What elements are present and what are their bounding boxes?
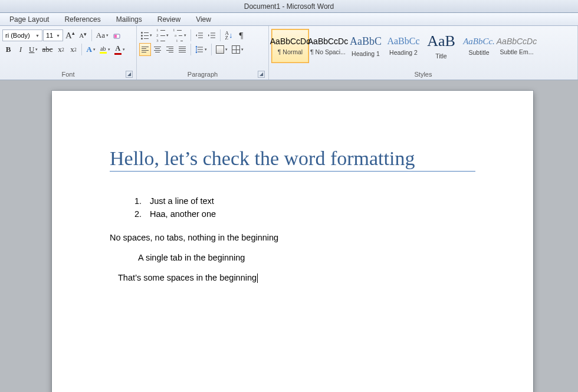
group-paragraph: ▾ 1 2 3 ▾ 1 a i ▾ (137, 26, 269, 80)
eraser-icon (113, 31, 122, 40)
shading-button[interactable]: ▾ (214, 43, 229, 56)
paragraph-dialog-launcher[interactable]: ◢ (258, 71, 265, 78)
clear-formatting-button[interactable] (111, 29, 124, 42)
text-effects-button[interactable]: A▾ (84, 43, 97, 56)
style-preview: AaBbCc (387, 36, 419, 47)
align-right-button[interactable] (164, 43, 176, 56)
style-preview: AaBbCcDc (308, 37, 348, 46)
number-list-icon: 1 2 3 (156, 28, 165, 43)
title-bar: Document1 - Microsoft Word (0, 0, 578, 13)
style-item--normal[interactable]: AaBbCcDc¶ Normal (271, 29, 309, 63)
underline-button[interactable]: U▾ (27, 43, 40, 56)
grow-font-button[interactable]: A▴ (64, 29, 77, 42)
style-label: Subtle Em... (500, 48, 533, 55)
align-right-icon (166, 47, 173, 52)
paragraph-line[interactable]: That’s some spaces in the beginning (110, 273, 475, 283)
group-label-paragraph: Paragraph ◢ (139, 71, 266, 79)
tab-page-layout[interactable]: Page Layout (2, 14, 56, 25)
style-label: ¶ Normal (278, 48, 303, 55)
change-case-button[interactable]: Aa▾ (94, 29, 110, 42)
superscript-button[interactable]: x2 (67, 43, 79, 56)
shrink-font-button[interactable]: A▾ (77, 29, 89, 42)
style-item-heading-1[interactable]: AaBbCHeading 1 (347, 29, 385, 63)
style-item-subtitle[interactable]: AaBbCc.Subtitle (460, 29, 498, 63)
numbered-list[interactable]: 1.Just a line of text 2.Haa, another one (133, 196, 475, 219)
separator (211, 44, 212, 55)
svg-rect-1 (114, 35, 117, 38)
line-spacing-button[interactable]: ▾ (193, 43, 209, 56)
group-font: ri (Body)▼ 11▼ A▴ A▾ Aa▾ B I U▾ abc x2 (0, 26, 137, 80)
separator (81, 44, 82, 55)
line-spacing-icon (195, 45, 203, 54)
document-heading[interactable]: Hello, let’s check the word formatting (110, 147, 475, 172)
bold-button[interactable]: B (2, 43, 14, 56)
list-item[interactable]: 1.Just a line of text (133, 196, 475, 206)
style-label: ¶ No Spaci... (310, 48, 346, 55)
sort-button[interactable]: AZ↓ (223, 29, 235, 42)
styles-gallery[interactable]: AaBbCcDc¶ NormalAaBbCcDc¶ No Spaci...AaB… (271, 27, 575, 63)
style-item--no-spaci-[interactable]: AaBbCcDc¶ No Spaci... (309, 29, 347, 63)
font-name-combo[interactable]: ri (Body)▼ (2, 29, 42, 41)
borders-icon (232, 45, 240, 54)
chevron-down-icon: ▼ (56, 34, 60, 38)
justify-icon (179, 47, 186, 52)
paragraph-line[interactable]: No spaces, no tabs, nothing in the begin… (110, 233, 475, 242)
document-area[interactable]: Hello, let’s check the word formatting 1… (0, 80, 578, 392)
highlight-swatch (100, 52, 107, 54)
font-color-swatch (114, 53, 121, 55)
separator (191, 29, 191, 41)
group-label-styles: Styles (271, 71, 575, 79)
multilevel-list-icon: 1 a i (173, 28, 183, 43)
subscript-button[interactable]: x2 (55, 43, 67, 56)
style-item-title[interactable]: AaBTitle (422, 29, 460, 63)
highlight-color-button[interactable]: ab ▾ (98, 43, 112, 56)
font-color-button[interactable]: A ▾ (113, 43, 127, 56)
separator (91, 29, 92, 41)
font-size-combo[interactable]: 11▼ (43, 29, 63, 41)
font-dialog-launcher[interactable]: ◢ (126, 71, 133, 78)
numbering-button[interactable]: 1 2 3 ▾ (155, 29, 170, 42)
style-item-subtle-em-[interactable]: AaBbCcDcSubtle Em... (498, 29, 536, 63)
align-center-button[interactable] (152, 43, 163, 56)
style-label: Heading 1 (352, 50, 380, 57)
group-styles: AaBbCcDc¶ NormalAaBbCcDc¶ No Spaci...AaB… (269, 26, 578, 80)
paint-bucket-icon (216, 45, 224, 54)
tab-references[interactable]: References (57, 14, 107, 25)
paragraph-line[interactable]: A single tab in the beginning (110, 253, 475, 262)
style-preview: AaBbCcDc (270, 37, 310, 46)
align-left-button[interactable] (139, 43, 151, 56)
decrease-indent-button[interactable] (193, 29, 205, 42)
chevron-down-icon: ▼ (35, 34, 40, 38)
list-item[interactable]: 2.Haa, another one (133, 209, 475, 219)
style-label: Heading 2 (389, 49, 418, 56)
italic-button[interactable]: I (15, 43, 27, 56)
page-content[interactable]: Hello, let’s check the word formatting 1… (110, 147, 475, 294)
tab-review[interactable]: Review (150, 14, 188, 25)
strikethrough-button[interactable]: abc (40, 43, 54, 56)
style-label: Title (435, 52, 446, 60)
borders-button[interactable]: ▾ (230, 43, 245, 56)
multilevel-list-button[interactable]: 1 a i ▾ (171, 29, 188, 42)
increase-indent-button[interactable] (206, 29, 218, 42)
bullet-list-icon (141, 32, 149, 39)
bullets-button[interactable]: ▾ (139, 29, 154, 42)
ribbon: ri (Body)▼ 11▼ A▴ A▾ Aa▾ B I U▾ abc x2 (0, 26, 578, 80)
style-item-heading-2[interactable]: AaBbCcHeading 2 (385, 29, 422, 63)
font-name-value: ri (Body) (5, 32, 30, 39)
show-hide-button[interactable]: ¶ (235, 29, 247, 42)
font-size-value: 11 (46, 32, 53, 39)
page[interactable]: Hello, let’s check the word formatting 1… (52, 91, 533, 392)
tab-view[interactable]: View (189, 14, 218, 25)
style-label: Subtitle (468, 49, 489, 56)
align-left-icon (142, 47, 149, 52)
style-preview: AaBbCc. (463, 37, 495, 47)
style-preview: AaBbC (350, 35, 382, 48)
window-title: Document1 - Microsoft Word (244, 2, 334, 11)
ribbon-tabs: Page Layout References Mailings Review V… (0, 13, 578, 26)
separator (220, 29, 221, 41)
text-cursor (257, 274, 258, 283)
style-preview: AaBbCcDc (497, 37, 537, 46)
tab-mailings[interactable]: Mailings (109, 14, 149, 25)
justify-button[interactable] (176, 43, 188, 56)
indent-icon (208, 31, 216, 39)
